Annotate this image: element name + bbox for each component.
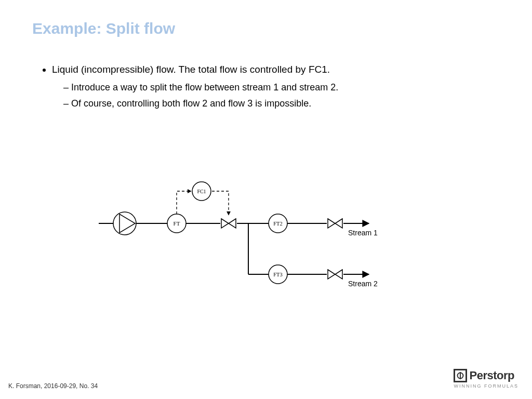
valve-stream1-icon — [327, 218, 343, 229]
logo-name: Perstorp — [469, 369, 514, 382]
ft-instrument: FT — [167, 214, 186, 233]
pump-icon — [113, 212, 136, 235]
slide-body: Liquid (incompressible) flow. The total … — [41, 62, 501, 113]
fc1-controller: FC1 — [192, 182, 211, 201]
slide-footer: K. Forsman, 2016-09-29, No. 34 — [8, 382, 98, 390]
stream1-label: Stream 1 — [348, 229, 378, 237]
bullet-sub-2: Of course, controlling both flow 2 and f… — [63, 97, 501, 111]
valve-stream2-icon — [327, 269, 343, 280]
bullet-main: Liquid (incompressible) flow. The total … — [52, 62, 501, 77]
pid-diagram: FT FC1 FT2 FT3 — [99, 161, 390, 296]
ft3-instrument: FT3 — [269, 265, 287, 284]
svg-point-3 — [113, 212, 136, 235]
svg-text:FC1: FC1 — [197, 189, 206, 194]
svg-text:FT2: FT2 — [273, 221, 283, 227]
logo-tagline: WINNING FORMULAS — [454, 383, 518, 389]
slide-title: Example: Split flow — [32, 20, 175, 37]
bullet-sub-1: Introduce a way to split the flow betwee… — [63, 81, 501, 95]
logo-mark-icon — [454, 369, 467, 382]
control-valve-icon — [220, 218, 237, 229]
ft2-instrument: FT2 — [269, 214, 287, 233]
svg-text:FT: FT — [174, 220, 180, 227]
perstorp-logo: Perstorp WINNING FORMULAS — [454, 369, 518, 389]
svg-text:FT3: FT3 — [273, 272, 283, 277]
stream2-label: Stream 2 — [348, 280, 378, 288]
